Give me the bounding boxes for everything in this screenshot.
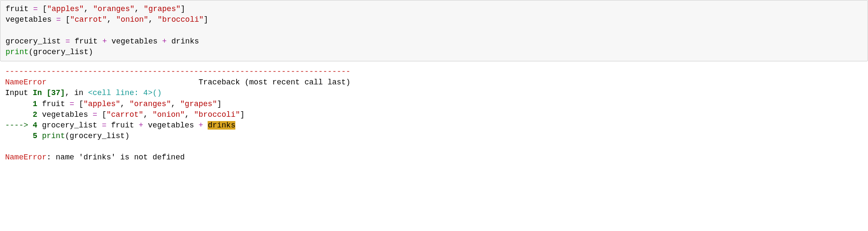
error-type-name-final: NameError bbox=[5, 153, 46, 162]
error-output-cell: ----------------------------------------… bbox=[0, 66, 868, 163]
traceback-line-5: 5 print(grocery_list) bbox=[5, 132, 130, 140]
code-input-cell[interactable]: fruit = ["apples", "oranges", "grapes"] … bbox=[0, 0, 868, 61]
traceback-line-4-arrow: ----> 4 grocery_list = fruit + vegetable… bbox=[5, 121, 235, 130]
error-arrow-icon: ----> bbox=[5, 121, 33, 130]
code-line-5: print(grocery_list) bbox=[6, 48, 93, 56]
notebook-container: fruit = ["apples", "oranges", "grapes"] … bbox=[0, 0, 868, 163]
error-highlighted-token: drinks bbox=[208, 121, 235, 130]
input-reference-line: Input In [37], in <cell line: 4>() bbox=[5, 89, 162, 97]
code-line-4: grocery_list = fruit + vegetables + drin… bbox=[6, 37, 199, 46]
final-error-line: NameError: name 'drinks' is not defined bbox=[5, 153, 185, 162]
traceback-line-2: 2 vegetables = ["carrot", "onion", "broc… bbox=[5, 110, 245, 119]
code-line-2: vegetables = ["carrot", "onion", "brocco… bbox=[6, 15, 208, 24]
error-type-name: NameError bbox=[5, 78, 46, 87]
traceback-separator: ----------------------------------------… bbox=[5, 67, 350, 76]
error-header-line: NameError Traceback (most recent call la… bbox=[5, 78, 350, 87]
error-message: : name 'drinks' is not defined bbox=[46, 153, 185, 162]
traceback-line-1: 1 fruit = ["apples", "oranges", "grapes"… bbox=[5, 100, 222, 108]
in-prompt-number: In [37] bbox=[33, 89, 65, 97]
code-line-1: fruit = ["apples", "oranges", "grapes"] bbox=[6, 5, 185, 13]
